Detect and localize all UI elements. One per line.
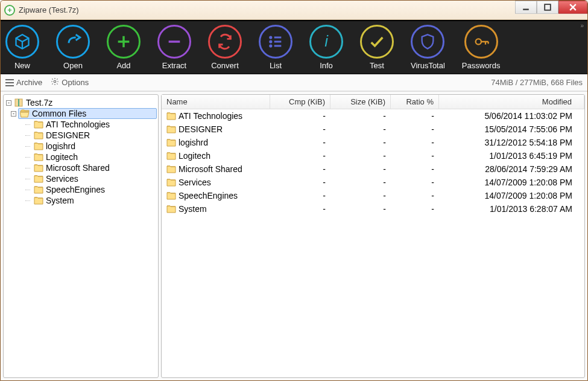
list-row[interactable]: Microsoft Shared---28/06/2014 7:59:29 AM <box>162 162 584 176</box>
col-ratio-label: Ratio % <box>406 97 434 106</box>
list-label: List <box>270 61 282 70</box>
open-button[interactable]: Open <box>56 25 90 70</box>
tree-item[interactable]: Services <box>30 173 157 184</box>
info-icon: i <box>309 25 343 59</box>
tree-item[interactable]: System <box>30 195 157 206</box>
folder-icon <box>34 174 43 183</box>
convert-button[interactable]: Convert <box>208 25 242 70</box>
folder-icon <box>34 142 43 150</box>
tree-root[interactable]: - Test.7z <box>5 97 157 108</box>
cell-cmp: - <box>270 151 330 161</box>
tree-item-label: System <box>46 196 74 205</box>
add-button[interactable]: Add <box>107 25 141 70</box>
col-cmp[interactable]: Cmp (KiB) <box>270 95 330 109</box>
col-size[interactable]: Size (KiB) <box>330 95 391 109</box>
cube-icon <box>5 25 39 59</box>
list-row[interactable]: Logitech---1/01/2013 6:45:19 PM <box>162 149 584 162</box>
col-name[interactable]: Name <box>162 95 270 109</box>
col-modified[interactable]: Modified <box>439 95 584 109</box>
cell-name: Logitech <box>162 151 270 161</box>
archive-menu[interactable]: Archive <box>5 78 42 87</box>
cell-ratio: - <box>391 138 439 147</box>
toolbar: New Open Add Extract Convert <box>1 20 587 74</box>
cell-cmp: - <box>270 204 330 214</box>
list-row[interactable]: Services---14/07/2009 1:20:08 PM <box>162 176 584 189</box>
cell-name: logishrd <box>162 138 270 147</box>
cell-modified: 31/12/2012 5:54:18 PM <box>439 138 584 147</box>
cell-modified: 14/07/2009 1:20:08 PM <box>439 178 584 187</box>
window-controls <box>515 1 587 14</box>
cell-ratio: - <box>391 204 439 214</box>
tree-item-label: Common Files <box>32 109 86 118</box>
cell-modified: 1/01/2013 6:45:19 PM <box>439 151 584 161</box>
cell-modified: 14/07/2009 1:20:08 PM <box>439 191 584 200</box>
col-size-label: Size (KiB) <box>350 97 385 106</box>
tree-item[interactable]: Microsoft Shared <box>30 162 157 173</box>
menubar: Archive Options 74MiB / 277MiB, 668 File… <box>1 74 587 91</box>
tree-item-label: SpeechEngines <box>46 185 105 194</box>
cell-cmp: - <box>270 138 330 147</box>
cell-ratio: - <box>391 111 439 121</box>
archive-icon <box>14 98 24 107</box>
cell-ratio: - <box>391 178 439 187</box>
app-window: + Zipware (Test.7z) New Open Add <box>0 0 588 381</box>
list-row[interactable]: DESIGNER---15/05/2014 7:55:06 PM <box>162 123 584 136</box>
expand-icon[interactable]: - <box>11 111 16 117</box>
folder-icon <box>34 164 43 172</box>
refresh-icon <box>208 25 242 59</box>
new-button[interactable]: New <box>5 25 39 70</box>
list-row[interactable]: System---1/01/2013 6:28:07 AM <box>162 202 584 216</box>
list-row[interactable]: SpeechEngines---14/07/2009 1:20:08 PM <box>162 189 584 202</box>
tree-item[interactable]: SpeechEngines <box>30 184 157 195</box>
list-row[interactable]: ATI Technologies---5/06/2014 11:03:02 PM <box>162 109 584 123</box>
cell-size: - <box>330 124 391 134</box>
cell-size: - <box>330 164 391 174</box>
cell-cmp: - <box>270 111 330 121</box>
folder-open-icon <box>20 109 30 118</box>
cell-name: ATI Technologies <box>162 111 270 121</box>
cell-cmp: - <box>270 124 330 134</box>
convert-label: Convert <box>211 61 239 70</box>
list-body[interactable]: ATI Technologies---5/06/2014 11:03:02 PM… <box>162 109 584 216</box>
gear-icon <box>51 77 59 88</box>
info-label: Info <box>320 61 333 70</box>
shield-icon <box>411 25 444 59</box>
tree-item-common-files[interactable]: - Common Files <box>18 108 157 119</box>
tree-item[interactable]: Logitech <box>30 152 157 162</box>
extract-button[interactable]: Extract <box>157 25 191 70</box>
cell-name: SpeechEngines <box>162 191 270 200</box>
virustotal-button[interactable]: VirusTotal <box>411 25 445 70</box>
info-button[interactable]: i Info <box>309 25 343 70</box>
tree-item[interactable]: logishrd <box>30 141 157 152</box>
list-header: Name Cmp (KiB) Size (KiB) Ratio % Modifi… <box>162 95 584 109</box>
tree-item[interactable]: ATI Technologies <box>30 119 157 130</box>
minimize-button[interactable] <box>515 1 537 14</box>
expand-icon[interactable]: - <box>6 100 11 106</box>
tree-item[interactable]: DESIGNER <box>30 130 157 141</box>
cell-ratio: - <box>391 164 439 174</box>
col-ratio[interactable]: Ratio % <box>391 95 439 109</box>
folder-icon <box>34 153 43 161</box>
folder-icon <box>166 112 176 120</box>
tree-panel[interactable]: - Test.7z - Common Files ATI Technologie… <box>3 94 159 378</box>
folder-icon <box>166 165 176 173</box>
cell-modified: 15/05/2014 7:55:06 PM <box>439 124 584 134</box>
cell-size: - <box>330 138 391 147</box>
tree-item-label: Logitech <box>46 152 78 162</box>
passwords-button[interactable]: Passwords <box>462 25 501 70</box>
new-label: New <box>14 61 30 70</box>
list-button[interactable]: List <box>259 25 292 70</box>
content-area: - Test.7z - Common Files ATI Technologie… <box>1 91 587 380</box>
test-button[interactable]: Test <box>360 25 394 70</box>
tree-item-label: ATI Technologies <box>46 120 110 129</box>
maximize-button[interactable] <box>537 1 558 14</box>
cell-name: Services <box>162 178 270 187</box>
cell-cmp: - <box>270 164 330 174</box>
list-row[interactable]: logishrd---31/12/2012 5:54:18 PM <box>162 136 584 149</box>
cell-modified: 28/06/2014 7:59:29 AM <box>439 164 584 174</box>
close-button[interactable] <box>558 1 587 14</box>
options-menu[interactable]: Options <box>51 77 89 88</box>
folder-icon <box>34 196 43 205</box>
app-icon: + <box>4 5 15 16</box>
cell-cmp: - <box>270 178 330 187</box>
